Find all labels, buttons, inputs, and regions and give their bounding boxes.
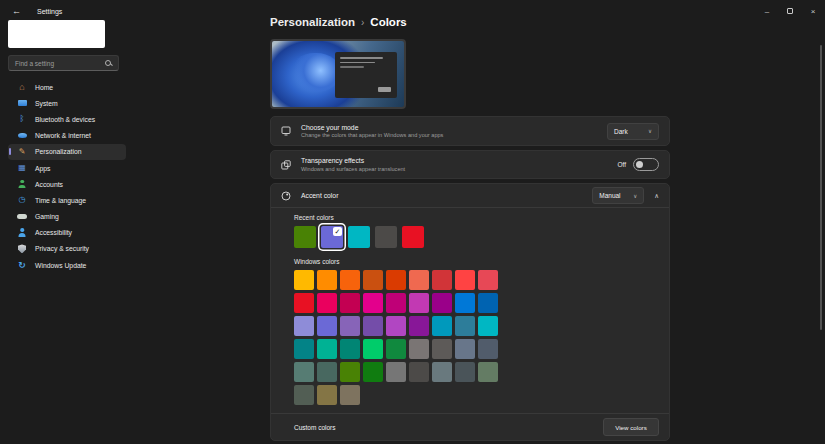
color-swatch[interactable] [409,362,429,382]
color-swatch[interactable] [386,362,406,382]
minimize-button[interactable]: – [761,7,773,16]
color-swatch[interactable] [402,226,424,248]
maximize-button[interactable] [787,8,793,14]
close-button[interactable]: × [807,7,819,16]
color-swatch[interactable] [340,293,360,313]
color-swatch[interactable] [432,270,452,290]
color-swatch[interactable] [386,339,406,359]
color-swatch[interactable] [363,339,383,359]
sidebar-item-home[interactable]: ⌂ Home [8,79,126,95]
color-swatch[interactable] [455,362,475,382]
search-input[interactable]: Find a setting [8,55,119,71]
color-swatch[interactable] [478,270,498,290]
home-icon: ⌂ [17,82,27,92]
color-swatch[interactable] [317,316,337,336]
color-swatch[interactable] [294,385,314,405]
color-swatch[interactable] [409,339,429,359]
privacy-security-icon [17,244,27,254]
wallpaper-bloom-highlight [290,53,340,93]
color-swatch[interactable] [317,270,337,290]
sidebar-item-label: Accessibility [35,229,72,236]
color-swatch[interactable] [432,339,452,359]
color-swatch[interactable] [294,293,314,313]
user-account-box[interactable] [8,20,105,48]
view-colors-button[interactable]: View colors [603,418,659,436]
sidebar-item-accounts[interactable]: Accounts [8,176,126,192]
color-swatch[interactable] [340,362,360,382]
color-swatch[interactable] [340,385,360,405]
sidebar-item-network[interactable]: Network & internet [8,128,126,144]
chevron-right-icon: › [361,17,364,28]
sidebar: Find a setting ⌂ Home System ᛒ Bluetooth… [8,20,238,273]
color-swatch[interactable] [294,226,316,248]
color-swatch[interactable] [409,316,429,336]
color-swatch[interactable] [340,270,360,290]
custom-colors-label: Custom colors [294,424,336,431]
accent-color-card: Accent color Manual ∨ ∧ Recent colors ✓ … [270,183,670,441]
color-swatch[interactable] [455,339,475,359]
sidebar-item-time-language[interactable]: ◷ Time & language [8,192,126,208]
color-swatch[interactable] [317,293,337,313]
sidebar-item-privacy[interactable]: Privacy & security [8,241,126,257]
sidebar-item-gaming[interactable]: Gaming [8,209,126,225]
mode-icon [281,126,291,136]
accent-mode-dropdown[interactable]: Manual ∨ [592,187,644,204]
color-swatch[interactable] [478,316,498,336]
color-swatch[interactable] [478,362,498,382]
sidebar-item-label: Bluetooth & devices [35,116,95,123]
color-swatch[interactable] [386,293,406,313]
color-swatch[interactable] [340,316,360,336]
color-swatch[interactable] [455,270,475,290]
color-swatch[interactable] [317,339,337,359]
color-swatch[interactable] [409,293,429,313]
color-swatch[interactable] [294,362,314,382]
scrollbar[interactable] [820,45,822,330]
color-swatch[interactable] [363,362,383,382]
color-swatch[interactable] [363,270,383,290]
sidebar-item-bluetooth[interactable]: ᛒ Bluetooth & devices [8,111,126,127]
transparency-toggle[interactable] [633,158,659,171]
color-swatch[interactable] [386,270,406,290]
color-swatch[interactable] [340,339,360,359]
color-swatch[interactable] [478,339,498,359]
sidebar-item-label: Accounts [35,181,63,188]
color-swatch[interactable]: ✓ [321,226,343,248]
preview-button [378,87,391,92]
mode-dropdown-value: Dark [614,128,628,135]
back-button[interactable]: ← [12,6,21,16]
settings-window: ← Settings – × Find a setting ⌂ Home Sys… [0,0,825,444]
breadcrumb-parent[interactable]: Personalization [270,16,355,28]
sidebar-item-accessibility[interactable]: Accessibility [8,225,126,241]
color-swatch[interactable] [386,316,406,336]
mode-dropdown[interactable]: Dark ∨ [607,123,659,140]
network-icon [17,131,27,141]
color-swatch[interactable] [455,316,475,336]
color-swatch[interactable] [294,339,314,359]
sidebar-item-label: Home [35,84,53,91]
sidebar-item-label: Personalization [35,148,81,155]
color-swatch[interactable] [294,316,314,336]
color-swatch[interactable] [348,226,370,248]
color-swatch[interactable] [375,226,397,248]
color-swatch[interactable] [455,293,475,313]
color-swatch[interactable] [432,362,452,382]
color-swatch[interactable] [409,270,429,290]
sidebar-item-personalization[interactable]: ✎ Personalization [8,144,126,160]
sidebar-item-apps[interactable]: ▦ Apps [8,160,126,176]
color-swatch[interactable] [363,316,383,336]
sidebar-item-system[interactable]: System [8,95,126,111]
color-swatch[interactable] [317,362,337,382]
color-swatch[interactable] [317,385,337,405]
chevron-down-icon: ∨ [633,193,637,199]
color-swatch[interactable] [294,270,314,290]
color-swatch[interactable] [432,293,452,313]
check-icon: ✓ [333,227,342,236]
chevron-up-icon[interactable]: ∧ [654,192,659,200]
color-swatch[interactable] [478,293,498,313]
sidebar-item-label: Windows Update [35,262,86,269]
search-icon [105,60,112,67]
sidebar-item-windows-update[interactable]: ↻ Windows Update [8,257,126,273]
color-swatch[interactable] [363,293,383,313]
color-swatch[interactable] [432,316,452,336]
sidebar-item-label: Privacy & security [35,245,89,252]
